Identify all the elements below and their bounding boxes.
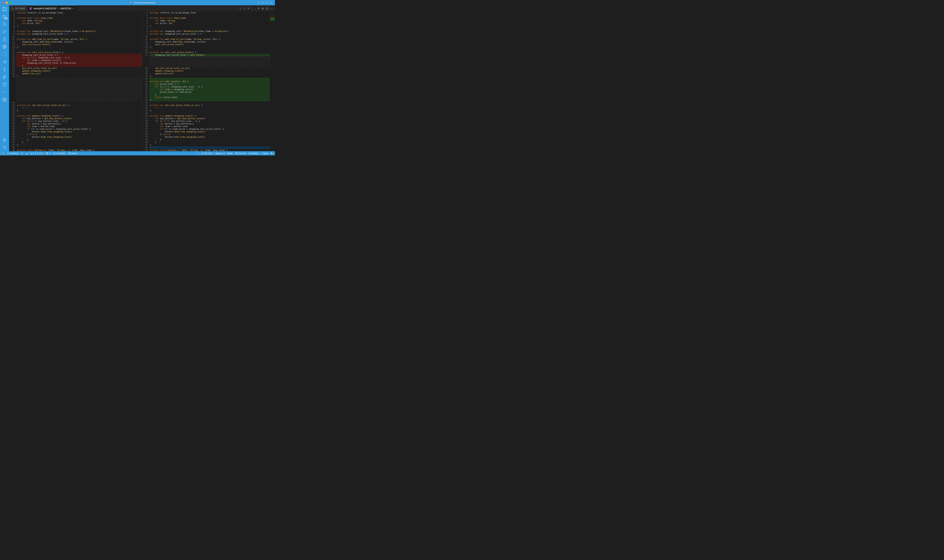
next-change-icon[interactable]: ↓ [255, 7, 256, 10]
run-icon[interactable]: ▷ [240, 7, 242, 10]
editor-actions: ▷ ⇧ ⟳ ↑ ↓ ⇄ ⊞ ▯▯ ⋯ [240, 5, 275, 11]
upload-icon[interactable]: ⇧ [244, 7, 246, 10]
database-icon[interactable] [2, 82, 7, 87]
problems-indicator[interactable]: ⊘ 0 ⚠ 0 ⓘ 0 [30, 152, 43, 155]
circle-dashed-icon[interactable] [2, 52, 7, 57]
debug-icon[interactable] [2, 29, 7, 34]
swap-panes-icon[interactable]: ⇄ [258, 7, 260, 10]
layout-secondary-side-icon[interactable]: ▢ [266, 2, 269, 4]
customize-layout-icon[interactable]: ▢ [270, 2, 273, 4]
compass-icon[interactable]: ◇ [197, 152, 199, 155]
tab-git-graph[interactable]: Git Graph [9, 5, 28, 11]
language-mode[interactable]: Kotlin [227, 152, 232, 155]
quokka[interactable]: ⊙ Quokka [249, 152, 258, 155]
go-live[interactable]: 📡 Go Live [235, 152, 246, 155]
svg-rect-7 [3, 92, 4, 92]
svg-point-3 [3, 23, 5, 25]
tab-label: Git Graph [15, 7, 25, 10]
search-side-icon[interactable] [2, 22, 7, 26]
window-controls [2, 2, 11, 4]
split-editor-icon[interactable]: ▯▯ [266, 7, 268, 10]
minimize-window[interactable] [6, 2, 8, 4]
svg-point-15 [4, 138, 5, 140]
status-bar: ⚡ develop* ↻ ☁ ⊘ 0 ⚠ 0 ⓘ 0 📡 0 ⟲ Live Sh… [0, 151, 275, 155]
python-icon[interactable] [2, 67, 7, 72]
svg-rect-8 [4, 92, 5, 92]
svg-rect-14 [5, 100, 6, 102]
minimap[interactable] [270, 12, 275, 151]
close-window[interactable] [2, 2, 5, 4]
scm-badge: 81 [5, 18, 8, 19]
remote-indicator[interactable]: ⚡ [2, 152, 5, 155]
svg-point-16 [4, 147, 5, 148]
share-icon[interactable] [2, 60, 7, 64]
search-icon: 🔍 [130, 2, 132, 4]
svg-point-17 [12, 8, 12, 8]
svg-rect-11 [3, 98, 4, 99]
nav-forward-icon[interactable]: → [125, 2, 127, 4]
docker-icon[interactable] [2, 90, 7, 94]
tab-bar: Git Graph example.kt (9a633228^ ↔ 9a6332… [9, 5, 275, 12]
branch-indicator[interactable]: develop* [7, 152, 18, 155]
svg-point-6 [3, 83, 6, 84]
activity-bar: 81 [0, 5, 9, 151]
explorer-icon[interactable] [2, 7, 7, 11]
extensions-icon[interactable] [2, 97, 7, 102]
svg-point-1 [3, 17, 4, 18]
toggle-whitespace-icon[interactable]: ⊞ [262, 7, 264, 10]
bolt-icon[interactable] [2, 75, 7, 79]
svg-point-0 [3, 15, 4, 16]
project-name: functional-programming [134, 2, 155, 4]
tab-example-kt[interactable]: example.kt (9a633228^ ↔ 9a633228) × [28, 5, 76, 11]
diff-right-pane[interactable]: 1234567891011121314151617181920212223242… [142, 12, 275, 151]
git-graph-status[interactable]: Git Graph [68, 152, 77, 154]
nav-back-icon[interactable]: ← [120, 2, 122, 4]
prev-change-icon[interactable]: ↑ [252, 7, 253, 10]
svg-point-2 [5, 16, 6, 17]
scm-icon[interactable]: 81 [2, 14, 7, 19]
svg-point-19 [8, 152, 8, 153]
more-actions-icon[interactable]: ⋯ [270, 7, 273, 10]
notifications-icon[interactable]: 🔔 [271, 152, 273, 155]
svg-point-18 [13, 9, 14, 9]
svg-point-20 [8, 154, 8, 154]
diff-left-pane[interactable]: 1234567891011121314151617181920212223242… [9, 12, 142, 151]
command-center[interactable]: 🔍 functional-programming [130, 2, 155, 4]
layout-panel-icon[interactable]: ▢ [262, 2, 264, 4]
svg-point-5 [3, 53, 6, 56]
git-graph-icon [11, 7, 14, 10]
cloud-icon[interactable]: ☁ [26, 152, 28, 155]
close-tab-icon[interactable]: × [72, 7, 74, 10]
titlebar: ← → 🔍 functional-programming ▢ ▢ ▢ ▢ [0, 0, 275, 5]
spell-check[interactable]: ✓ Spell [261, 152, 268, 155]
svg-rect-9 [5, 92, 5, 92]
settings-icon[interactable] [2, 145, 7, 150]
ports-indicator[interactable]: 📡 0 [46, 152, 50, 155]
flask-icon[interactable] [2, 37, 7, 42]
diff-editor: 1234567891011121314151617181920212223242… [9, 12, 275, 151]
maximize-window[interactable] [9, 2, 11, 4]
svg-rect-10 [4, 91, 5, 92]
svg-rect-12 [5, 98, 6, 99]
indent-indicator[interactable]: Spaces: 4 [215, 152, 224, 155]
svg-rect-13 [3, 100, 4, 102]
remote-icon[interactable] [2, 45, 7, 49]
live-share[interactable]: ⟲ Live Share [53, 152, 65, 155]
cursor-position[interactable]: Ln 48, Col 1 [201, 152, 213, 155]
kotlin-icon [30, 7, 32, 10]
layout-primary-side-icon[interactable]: ▢ [258, 2, 260, 4]
refresh-icon[interactable]: ⟳ [248, 7, 250, 10]
sync-indicator[interactable]: ↻ [21, 152, 23, 155]
accounts-icon[interactable] [2, 138, 7, 142]
tab-label: example.kt (9a633228^ ↔ 9a633228) [34, 7, 71, 10]
